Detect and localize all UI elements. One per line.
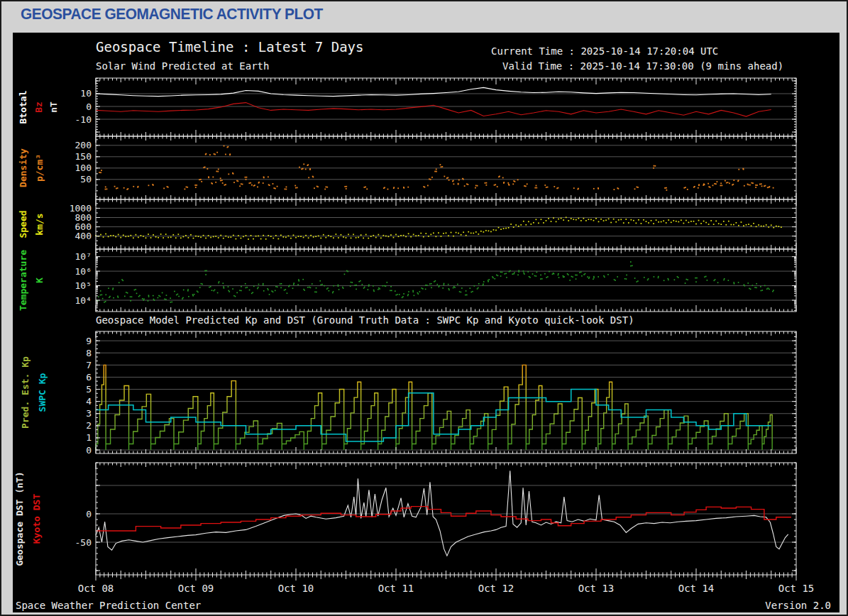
footer-source: Space Weather Prediction Center bbox=[16, 600, 201, 611]
footer-version: Version 2.0 bbox=[765, 600, 831, 611]
page: GEOSPACE GEOMAGNETIC ACTIVITY PLOT Geosp… bbox=[0, 0, 848, 616]
kp-dst-section-title: Geospace Model Predicted Kp and DST (Gro… bbox=[96, 314, 634, 326]
valid-time-label: Valid Time : 2025-10-14 17:30:00 (9 mins… bbox=[502, 60, 783, 72]
page-title: GEOSPACE GEOMAGNETIC ACTIVITY PLOT bbox=[21, 5, 323, 23]
plot-title: Geospace Timeline : Latest 7 Days bbox=[96, 39, 364, 55]
solar-wind-subtitle: Solar Wind Predicted at Earth bbox=[96, 60, 269, 72]
current-time-label: Current Time : 2025-10-14 17:20:04 UTC bbox=[491, 45, 718, 57]
page-header: GEOSPACE GEOMAGNETIC ACTIVITY PLOT bbox=[21, 5, 338, 23]
